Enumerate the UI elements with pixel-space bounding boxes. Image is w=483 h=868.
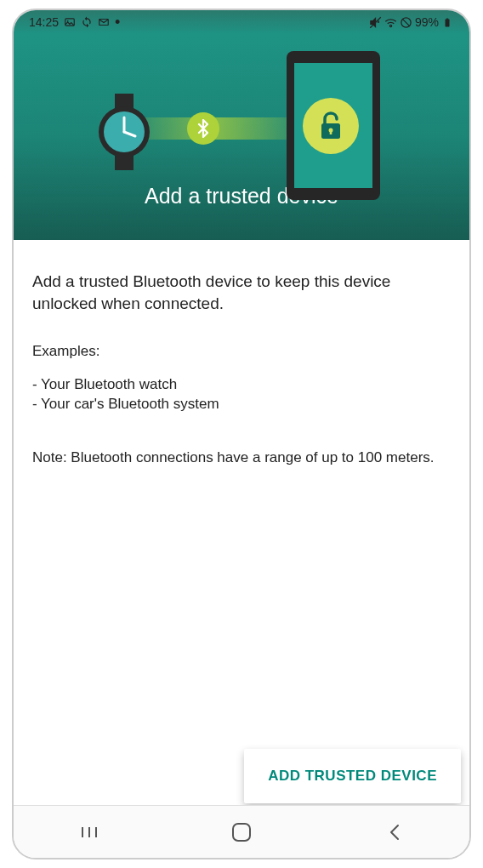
- example-item: - Your Bluetooth watch: [32, 375, 451, 395]
- svg-line-5: [402, 19, 410, 26]
- status-time: 14:25: [29, 15, 59, 29]
- add-trusted-device-button[interactable]: ADD TRUSTED DEVICE: [244, 749, 461, 803]
- svg-rect-6: [446, 20, 450, 27]
- watch-icon: [94, 94, 154, 174]
- note-text: Note: Bluetooth connections have a range…: [32, 448, 451, 467]
- mute-icon: [369, 16, 381, 28]
- no-sim-icon: [400, 16, 412, 28]
- unlock-icon: [303, 98, 359, 154]
- battery-text: 99%: [415, 15, 439, 29]
- battery-icon: [442, 16, 454, 28]
- home-button[interactable]: [224, 815, 259, 849]
- wifi-icon: [384, 16, 396, 28]
- svg-rect-17: [330, 130, 332, 134]
- nav-bar: [14, 805, 469, 858]
- mail-icon: [98, 16, 110, 28]
- status-right: 99%: [369, 15, 454, 29]
- back-button[interactable]: [377, 815, 411, 849]
- svg-rect-21: [233, 824, 250, 841]
- status-more-icon: •: [115, 16, 120, 28]
- recents-button[interactable]: [72, 815, 106, 849]
- examples-list: - Your Bluetooth watch - Your car's Blue…: [32, 375, 451, 414]
- phone-frame: 14:25 • 99%: [12, 9, 471, 859]
- image-icon: [64, 16, 76, 28]
- status-left: 14:25 •: [29, 15, 120, 29]
- sync-icon: [81, 16, 93, 28]
- bluetooth-icon: [187, 112, 219, 145]
- examples-label: Examples:: [32, 343, 451, 360]
- status-bar: 14:25 • 99%: [14, 10, 469, 34]
- lead-text: Add a trusted Bluetooth device to keep t…: [32, 271, 451, 314]
- content-area: Add a trusted Bluetooth device to keep t…: [14, 240, 469, 805]
- example-item: - Your car's Bluetooth system: [32, 395, 451, 414]
- hero-graphic: [14, 51, 469, 179]
- hero: Add a trusted device: [14, 34, 469, 240]
- svg-rect-7: [446, 19, 449, 20]
